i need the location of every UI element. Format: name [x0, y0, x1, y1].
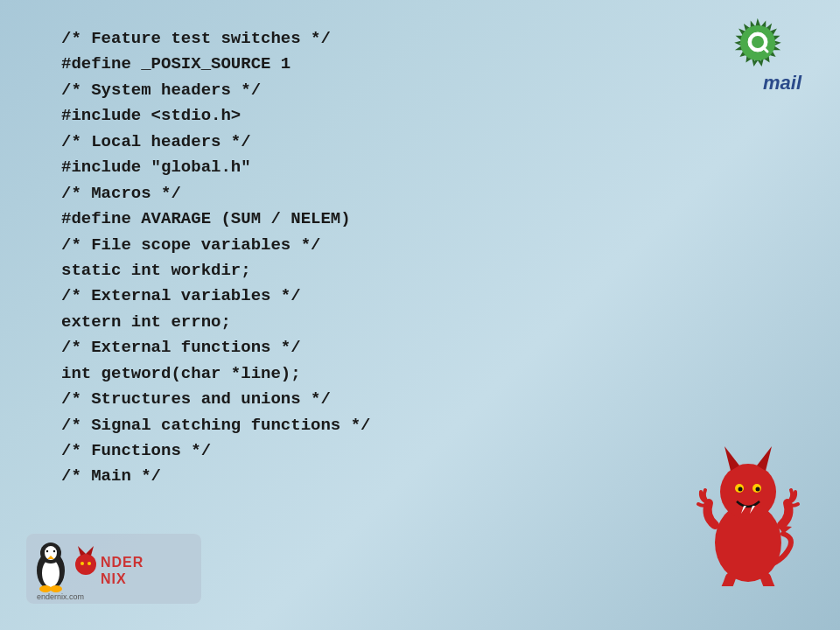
code-line-16: /* Functions */	[61, 438, 370, 464]
svg-text:mail: mail	[763, 72, 802, 94]
code-line-11: extern int errno;	[61, 310, 370, 335]
svg-text:NIX: NIX	[101, 571, 127, 586]
code-line-17: /* Main */	[61, 464, 370, 489]
svg-text:NDER: NDER	[101, 555, 144, 570]
code-line-9: static int workdir;	[61, 258, 370, 284]
qmail-logo-svg: mail	[718, 18, 814, 96]
code-content: /* Feature test switches */#define _POSI…	[61, 26, 370, 490]
code-line-8: /* File scope variables */	[61, 233, 370, 258]
code-line-3: #include <stdio.h>	[61, 103, 370, 129]
svg-point-35	[88, 562, 91, 565]
code-line-5: #include "global.h"	[61, 155, 370, 180]
svg-text:endernix.com: endernix.com	[37, 592, 84, 601]
svg-point-26	[46, 550, 48, 552]
code-line-15: /* Signal catching functions */	[61, 413, 370, 438]
code-line-13: int getword(char *line);	[61, 361, 370, 387]
svg-point-27	[53, 550, 55, 552]
devil-svg	[691, 429, 805, 586]
code-line-12: /* External functions */	[61, 335, 370, 360]
code-line-1: #define _POSIX_SOURCE 1	[61, 52, 370, 77]
code-line-6: /* Macros */	[61, 181, 370, 206]
svg-point-31	[75, 554, 96, 575]
svg-point-3	[752, 36, 764, 48]
endernix-logo-svg: NDER NIX endernix.com	[26, 534, 201, 604]
code-line-2: /* System headers */	[61, 78, 370, 103]
devil-mascot	[691, 429, 805, 586]
svg-point-34	[80, 562, 84, 565]
endernix-logo: NDER NIX endernix.com	[26, 534, 201, 604]
qmail-logo: mail	[718, 18, 814, 96]
svg-point-14	[756, 487, 760, 492]
code-line-10: /* External variables */	[61, 284, 370, 309]
code-line-7: #define AVARAGE (SUM / NELEM)	[61, 206, 370, 232]
svg-point-8	[720, 464, 776, 520]
code-line-0: /* Feature test switches */	[61, 26, 370, 52]
svg-point-30	[50, 585, 62, 592]
svg-point-29	[39, 585, 52, 592]
code-line-14: /* Structures and unions */	[61, 387, 370, 412]
code-line-4: /* Local headers */	[61, 130, 370, 155]
svg-point-13	[738, 487, 743, 492]
